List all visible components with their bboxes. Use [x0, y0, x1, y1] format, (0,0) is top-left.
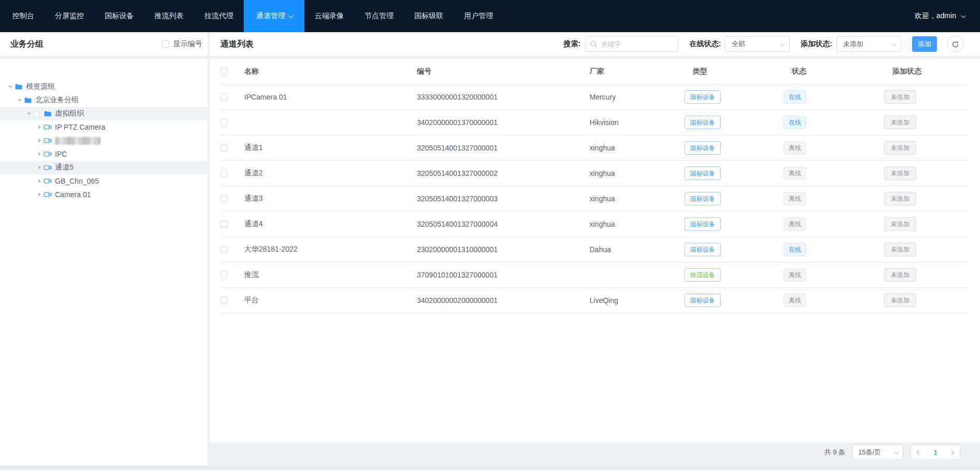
caret-right-icon	[38, 165, 41, 170]
nav-tab[interactable]: 国标级联	[404, 0, 454, 32]
add-state-select[interactable]: 未添加	[836, 36, 901, 52]
tree-caret[interactable]	[25, 113, 33, 115]
tree-node[interactable]	[0, 134, 207, 147]
toolbar: 搜索: 在线状态: 全部 添加状态: 未添加 添加	[564, 36, 963, 52]
col-vendor: 厂家	[590, 67, 693, 76]
table-row[interactable]: 平台 34020000002000000001 LiveQing 国标设备 离线…	[220, 288, 970, 313]
table-row[interactable]: IPCamera 01 33330000001320000001 Mercury…	[220, 85, 970, 110]
nav-tab[interactable]: 节点管理	[354, 0, 404, 32]
row-checkbox[interactable]	[220, 93, 228, 101]
nav-tab[interactable]: 控制台	[2, 0, 45, 32]
tree-caret[interactable]	[35, 152, 44, 156]
prev-page-button[interactable]	[917, 450, 922, 455]
cell-vendor: xinghua	[590, 169, 693, 177]
chevron-down-icon	[780, 41, 785, 46]
tree-caret[interactable]	[35, 192, 44, 197]
tree-radio[interactable]	[33, 110, 40, 117]
nav-tab[interactable]: 通道管理	[244, 0, 304, 32]
cell-name: 通道2	[244, 169, 417, 178]
group-tree-panel: 根资源组 北京业务分组	[0, 59, 207, 465]
status-tag: 离线	[783, 294, 806, 307]
tree-node[interactable]: Camera 01	[0, 188, 207, 201]
cell-name: 大华28181-2022	[244, 245, 417, 254]
cell-vendor: xinghua	[590, 195, 693, 203]
tree-node[interactable]: GB_Chn_065	[0, 174, 207, 188]
cell-code: 32050514001327000002	[417, 169, 590, 177]
row-checkbox[interactable]	[220, 271, 228, 279]
tree-node[interactable]: 虚拟组织	[0, 107, 207, 120]
tree-node[interactable]: 北京业务分组	[0, 93, 207, 107]
nav-tab-label: 推流列表	[155, 11, 184, 21]
online-status-select[interactable]: 全部	[725, 36, 790, 52]
row-checkbox[interactable]	[220, 144, 228, 151]
table-row[interactable]: 通道3 32050514001327000003 xinghua 国标设备 离线…	[220, 186, 970, 212]
tree-node-label: 虚拟组织	[55, 109, 84, 118]
tree-node-label: IPC	[55, 150, 67, 158]
row-checkbox[interactable]	[220, 220, 228, 228]
nav-tab[interactable]: 国标设备	[94, 0, 144, 32]
refresh-button[interactable]	[947, 36, 963, 52]
nav-tab-label: 节点管理	[365, 11, 394, 21]
table-row[interactable]: 通道1 32050514001327000001 xinghua 国标设备 离线…	[220, 135, 970, 161]
camera-icon	[44, 190, 52, 199]
page-size-select[interactable]: 15条/页	[852, 445, 903, 460]
nav-tab[interactable]: 推流列表	[144, 0, 194, 32]
status-tag: 离线	[783, 268, 806, 282]
tree-node[interactable]: 根资源组	[0, 80, 207, 93]
tree-caret[interactable]	[35, 179, 44, 183]
online-status-label: 在线状态:	[690, 39, 721, 49]
status-tag: 在线	[783, 116, 806, 129]
cell-name: 通道1	[244, 143, 417, 153]
tree-caret[interactable]	[35, 165, 44, 170]
table-row[interactable]: 通道4 32050514001327000004 xinghua 国标设备 离线…	[220, 212, 970, 237]
caret-down-icon	[8, 86, 12, 88]
tree-caret[interactable]	[16, 99, 24, 102]
table-row[interactable]: 大华28181-2022 23020000001310000001 Dahua …	[220, 237, 970, 262]
search-input[interactable]	[585, 36, 678, 52]
add-status-tag: 未添加	[884, 90, 916, 104]
tree-caret[interactable]	[35, 139, 44, 143]
row-checkbox[interactable]	[220, 297, 228, 304]
current-page[interactable]: 1	[933, 449, 937, 457]
cell-vendor: xinghua	[590, 220, 693, 228]
status-tag: 在线	[783, 90, 806, 104]
row-checkbox[interactable]	[220, 246, 228, 253]
table-row[interactable]: 推流 37090101001327000001 推流设备 离线 未添加	[220, 262, 970, 288]
nav-tab[interactable]: 拉流代理	[194, 0, 244, 32]
tree-node-label: 根资源组	[26, 82, 55, 91]
nav-tab[interactable]: 分屏监控	[45, 0, 94, 32]
table-row[interactable]: 34020000001370000001 Hikvision 国标设备 在线 未…	[220, 110, 970, 135]
cell-code: 37090101001327000001	[417, 271, 590, 279]
row-checkbox[interactable]	[220, 170, 228, 177]
tree-node[interactable]: IP PTZ Camera	[0, 120, 207, 134]
tree-node[interactable]: IPC	[0, 147, 207, 161]
user-menu[interactable]: 欢迎，admin	[915, 0, 980, 32]
tree-node-label: Camera 01	[55, 190, 91, 199]
camera-icon	[44, 163, 52, 172]
next-page-button[interactable]	[949, 450, 954, 455]
caret-right-icon	[38, 179, 41, 183]
row-checkbox[interactable]	[220, 195, 228, 202]
status-tag: 在线	[783, 243, 806, 256]
tree-node-label: IP PTZ Camera	[55, 123, 105, 131]
show-code-checkbox[interactable]	[162, 40, 169, 48]
cell-code: 34020000001370000001	[417, 118, 590, 127]
row-checkbox[interactable]	[220, 119, 228, 126]
select-all-checkbox[interactable]	[220, 68, 228, 75]
nav-tab[interactable]: 用户管理	[454, 0, 503, 32]
tree-caret[interactable]	[35, 125, 44, 129]
camera-icon	[44, 136, 52, 145]
add-status-tag: 未添加	[884, 141, 916, 155]
tree-node[interactable]: 通道5	[0, 161, 207, 174]
pager: 1	[911, 445, 960, 460]
caret-right-icon	[38, 192, 41, 197]
add-button[interactable]: 添加	[912, 36, 937, 52]
sidebar-header: 业务分组 显示编号	[0, 32, 207, 56]
tree-node-label: GB_Chn_065	[55, 177, 99, 185]
tree-caret[interactable]	[6, 86, 15, 88]
nav-tab[interactable]: 云端录像	[304, 0, 354, 32]
tree-node-label: 北京业务分组	[35, 95, 79, 105]
table-row[interactable]: 通道2 32050514001327000002 xinghua 国标设备 离线…	[220, 161, 970, 186]
caret-down-icon	[18, 99, 22, 102]
show-code-toggle[interactable]: 显示编号	[162, 39, 202, 49]
